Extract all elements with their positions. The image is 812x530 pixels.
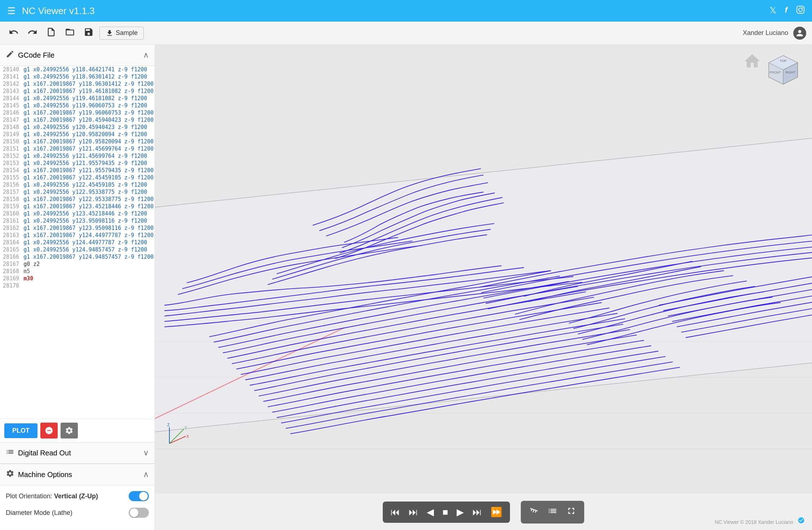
settings-tool-button[interactable] [544, 504, 561, 521]
gcode-line[interactable]: 28149g1 x0.24992556 y120.95820094 z-9 f1… [0, 131, 155, 138]
stop-playback-button[interactable]: ■ [439, 504, 452, 520]
play-button[interactable]: ▶ [453, 504, 467, 520]
skip-to-end-button[interactable]: ⏩ [487, 504, 506, 520]
main-layout: GCode File ∧ 28140g1 x0.24992556 y118.46… [0, 45, 812, 530]
home-button[interactable] [743, 52, 762, 71]
save-file-button[interactable] [81, 25, 97, 41]
twitter-icon[interactable]: 𝕏 [769, 5, 776, 16]
svg-text:RIGHT: RIGHT [785, 71, 796, 74]
settings-button[interactable] [61, 423, 78, 438]
skip-to-start-button[interactable]: ⏮ [387, 504, 404, 520]
gcode-line[interactable]: 28154g1 x167.20019867 y121.95579435 z-9 … [0, 167, 155, 174]
gcode-line[interactable]: 28156g1 x0.24992556 y122.45459105 z-9 f1… [0, 181, 155, 188]
gcode-line[interactable]: 28155g1 x167.20019867 y122.45459105 z-9 … [0, 174, 155, 181]
machine-options-title: Machine Options [18, 471, 143, 479]
plot-orientation-label: Plot Orientation: Vertical (Z-Up) [6, 493, 98, 500]
machine-options-section: Machine Options ∧ Plot Orientation: Vert… [0, 464, 155, 530]
gcode-line-empty: 28170 [0, 282, 155, 289]
gcode-line[interactable]: 28168m5 [0, 268, 155, 275]
tool-controls [521, 501, 584, 524]
toolbar-right: Xander Luciano [743, 27, 806, 40]
gcode-line[interactable]: 28163g1 x167.20019867 y124.44977787 z-9 … [0, 232, 155, 239]
measure-tool-button[interactable] [525, 504, 542, 521]
svg-text:FRONT: FRONT [770, 71, 781, 74]
gcode-line[interactable]: 28144g1 x0.24992556 y119.46181082 z-9 f1… [0, 95, 155, 102]
diameter-mode-toggle[interactable] [129, 508, 149, 518]
machine-options-icon [6, 469, 14, 480]
gcode-lines-container: 28140g1 x0.24992556 y118.46421741 z-9 f1… [0, 66, 155, 289]
svg-rect-0 [797, 6, 804, 13]
gcode-line[interactable]: 28146g1 x167.20019867 y119.96060753 z-9 … [0, 109, 155, 116]
gcode-line[interactable]: 28152g1 x0.24992556 y121.45699764 z-9 f1… [0, 152, 155, 160]
footer-text: NC Viewer © 2018 Xander Luciano [715, 517, 805, 525]
avatar[interactable] [793, 27, 806, 40]
toolbar: Sample Xander Luciano [0, 22, 812, 45]
canvas-area[interactable]: TOP RIGHT FRONT X Y Z [155, 45, 812, 494]
topbar: ☰ NC Viewer v1.1.3 𝕏 f [0, 0, 812, 22]
stop-button[interactable] [40, 423, 58, 438]
plot-orientation-toggle[interactable] [129, 491, 149, 501]
gcode-editor[interactable]: 28140g1 x0.24992556 y118.46421741 z-9 f1… [0, 66, 155, 419]
sample-button[interactable]: Sample [99, 27, 144, 40]
gcode-line[interactable]: 28140g1 x0.24992556 y118.46421741 z-9 f1… [0, 66, 155, 73]
right-panel: TOP RIGHT FRONT X Y Z ⏮ ⏭ ◀ ■ [155, 45, 812, 530]
gcode-line[interactable]: 28141g1 x0.24992556 y118.96301412 z-9 f1… [0, 73, 155, 80]
redo-button[interactable] [25, 25, 40, 41]
fullscreen-button[interactable] [563, 504, 580, 521]
new-file-button[interactable] [43, 25, 59, 41]
instagram-icon[interactable] [796, 5, 805, 16]
gcode-line[interactable]: 28164g1 x0.24992556 y124.44977787 z-9 f1… [0, 239, 155, 246]
gcode-line[interactable]: 28158g1 x167.20019867 y122.95338775 z-9 … [0, 196, 155, 203]
gcode-line[interactable]: 28143g1 x167.20019867 y119.46181082 z-9 … [0, 88, 155, 95]
gcode-line[interactable]: 28160g1 x0.24992556 y123.45218446 z-9 f1… [0, 210, 155, 217]
cube-navigator[interactable]: TOP RIGHT FRONT [762, 48, 805, 92]
app-title: NC Viewer v1.1.3 [22, 5, 769, 17]
gcode-line[interactable]: 28166g1 x167.20019867 y124.94857457 z-9 … [0, 253, 155, 260]
plot-button[interactable]: PLOT [4, 423, 37, 438]
axis-indicator: X Y Z [162, 422, 191, 451]
svg-text:TOP: TOP [780, 59, 786, 63]
step-back-button[interactable]: ⏭ [405, 504, 422, 520]
open-file-button[interactable] [62, 25, 78, 41]
gcode-line[interactable]: 28151g1 x167.20019867 y121.45699764 z-9 … [0, 145, 155, 152]
social-icons: 𝕏 f [769, 5, 805, 16]
3d-visualization [155, 45, 812, 494]
diameter-mode-row: Diameter Mode (Lathe) [6, 508, 149, 518]
dro-section-header[interactable]: Digital Read Out ∨ [0, 442, 155, 464]
gcode-edit-icon [6, 50, 14, 61]
svg-text:Z: Z [167, 423, 170, 427]
step-forward-button[interactable]: ⏭ [469, 504, 485, 520]
gcode-section-title: GCode File [18, 51, 143, 59]
rewind-button[interactable]: ◀ [423, 504, 438, 520]
gcode-line[interactable]: 28169m30 [0, 275, 155, 282]
playback-controls: ⏮ ⏭ ◀ ■ ▶ ⏭ ⏩ [383, 502, 510, 523]
dro-chevron: ∨ [143, 448, 149, 458]
transport-bar: ⏮ ⏭ ◀ ■ ▶ ⏭ ⏩ [155, 494, 812, 530]
gcode-section-header[interactable]: GCode File ∧ [0, 45, 155, 66]
machine-options-content: Plot Orientation: Vertical (Z-Up) Diamet… [0, 485, 155, 530]
gcode-line[interactable]: 28165g1 x0.24992556 y124.94857457 z-9 f1… [0, 246, 155, 253]
gcode-line[interactable]: 28161g1 x0.24992556 y123.95098116 z-9 f1… [0, 217, 155, 224]
gcode-line[interactable]: 28157g1 x0.24992556 y122.95338775 z-9 f1… [0, 188, 155, 196]
machine-options-header[interactable]: Machine Options ∧ [0, 464, 155, 485]
machine-options-chevron: ∧ [143, 470, 149, 479]
dro-icon [6, 447, 14, 458]
footer-icon [798, 519, 805, 525]
facebook-icon[interactable]: f [785, 5, 787, 16]
dro-section: Digital Read Out ∨ [0, 442, 155, 464]
gcode-line[interactable]: 28145g1 x0.24992556 y119.96060753 z-9 f1… [0, 102, 155, 109]
gcode-line[interactable]: 28153g1 x0.24992556 y121.95579435 z-9 f1… [0, 160, 155, 167]
gcode-line[interactable]: 28167g0 z2 [0, 260, 155, 268]
menu-icon[interactable]: ☰ [7, 5, 15, 17]
svg-line-17 [169, 436, 186, 444]
plot-orientation-row: Plot Orientation: Vertical (Z-Up) [6, 491, 149, 501]
gcode-line[interactable]: 28150g1 x167.20019867 y120.95820094 z-9 … [0, 138, 155, 145]
svg-text:X: X [186, 434, 189, 438]
gcode-line[interactable]: 28142g1 x167.20019867 y118.96301412 z-9 … [0, 80, 155, 88]
gcode-line[interactable]: 28159g1 x167.20019867 y123.45218446 z-9 … [0, 203, 155, 210]
gcode-line[interactable]: 28162g1 x167.20019867 y123.95098116 z-9 … [0, 224, 155, 232]
dro-section-title: Digital Read Out [18, 449, 143, 457]
gcode-line[interactable]: 28147g1 x167.20019867 y120.45940423 z-9 … [0, 116, 155, 124]
undo-button[interactable] [6, 25, 22, 41]
gcode-line[interactable]: 28148g1 x0.24992556 y120.45940423 z-9 f1… [0, 124, 155, 131]
